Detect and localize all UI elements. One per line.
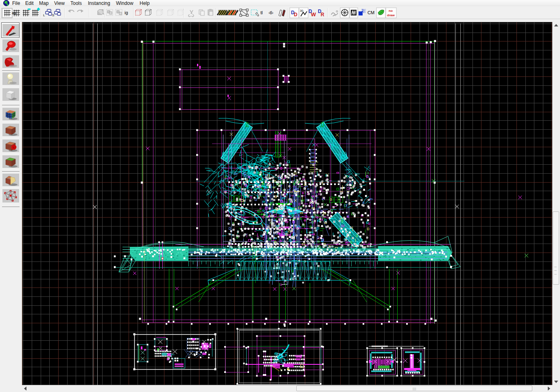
svg-text:‹tl›: ‹tl› — [269, 11, 273, 15]
svg-text:no: no — [389, 9, 393, 13]
svg-text:tl: tl — [260, 10, 263, 15]
svg-text:D: D — [294, 12, 298, 17]
svg-text:30: 30 — [300, 9, 303, 12]
svg-text:ig: ig — [125, 10, 128, 15]
svg-text:R: R — [321, 12, 324, 17]
svg-text:W: W — [311, 11, 316, 17]
svg-text:3D: 3D — [12, 11, 16, 15]
svg-text:draw: draw — [387, 13, 395, 17]
svg-text:S: S — [52, 13, 54, 17]
svg-text:L: L — [43, 13, 45, 17]
svg-text:CM: CM — [368, 10, 374, 15]
